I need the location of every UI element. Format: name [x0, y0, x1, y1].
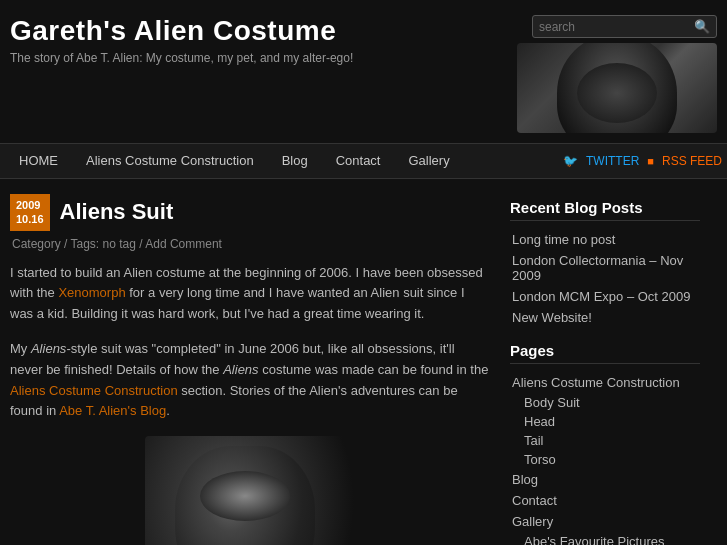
search-icon[interactable]: 🔍 [694, 19, 710, 34]
twitter-icon: 🐦 [563, 154, 578, 168]
post-paragraph-2: My Aliens-style suit was "completed" in … [10, 339, 490, 422]
aliens-italic-2: Aliens [223, 362, 258, 377]
post-add-comment[interactable]: Add Comment [145, 237, 222, 251]
navigation: HOME Aliens Costume Construction Blog Co… [0, 143, 727, 179]
main-content: 2009 10.16 Aliens Suit Category / Tags: … [0, 179, 727, 545]
search-input[interactable] [539, 20, 694, 34]
xenomorph-link[interactable]: Xenomorph [58, 285, 125, 300]
header-right: 🔍 [497, 15, 717, 133]
sidebar: Recent Blog Posts Long time no post Lond… [500, 179, 710, 545]
header-left: Gareth's Alien Costume The story of Abe … [10, 15, 497, 65]
nav-contact[interactable]: Contact [322, 143, 395, 179]
recent-posts-title: Recent Blog Posts [510, 199, 700, 221]
costume-construction-link[interactable]: Aliens Costume Construction [10, 383, 178, 398]
header: Gareth's Alien Costume The story of Abe … [0, 0, 727, 143]
post-tags-sep: / Tags: [64, 237, 102, 251]
nav-home[interactable]: HOME [5, 143, 72, 179]
rss-icon: ■ [647, 155, 654, 167]
nav-blog[interactable]: Blog [268, 143, 322, 179]
page-contact[interactable]: Contact [510, 490, 700, 511]
search-bar[interactable]: 🔍 [532, 15, 717, 38]
page-gallery[interactable]: Gallery [510, 511, 700, 532]
page-blog[interactable]: Blog [510, 469, 700, 490]
nav-gallery[interactable]: Gallery [394, 143, 463, 179]
aliens-italic-1: Aliens [31, 341, 66, 356]
recent-post-4[interactable]: New Website! [510, 307, 700, 328]
post-date-year: 2009 [16, 198, 44, 212]
post-paragraph-1: I started to build an Alien costume at t… [10, 263, 490, 325]
recent-post-2[interactable]: London Collectormania – Nov 2009 [510, 250, 700, 286]
post-title: Aliens Suit [60, 199, 174, 225]
recent-post-1[interactable]: Long time no post [510, 229, 700, 250]
abe-blog-link[interactable]: Abe T. Alien's Blog [59, 403, 166, 418]
twitter-link[interactable]: TWITTER [586, 154, 639, 168]
site-title: Gareth's Alien Costume [10, 15, 497, 47]
page-costume-construction[interactable]: Aliens Costume Construction [510, 372, 700, 393]
post-alien-image [145, 436, 355, 545]
site-subtitle: The story of Abe T. Alien: My costume, m… [10, 51, 497, 65]
page-tail[interactable]: Tail [510, 431, 700, 450]
pages-title: Pages [510, 342, 700, 364]
post-body: I started to build an Alien costume at t… [10, 263, 490, 423]
post-meta: Category / Tags: no tag / Add Comment [10, 237, 490, 251]
page-body-suit[interactable]: Body Suit [510, 393, 700, 412]
nav-social-links: 🐦 TWITTER ■ RSS FEED [563, 154, 722, 168]
post-date-day: 10.16 [16, 212, 44, 226]
page-torso[interactable]: Torso [510, 450, 700, 469]
content-area: 2009 10.16 Aliens Suit Category / Tags: … [0, 179, 500, 545]
post-category: Category [12, 237, 61, 251]
page-fav-pictures[interactable]: Abe's Favourite Pictures [510, 532, 700, 545]
alien-head-image [517, 43, 717, 133]
rss-link[interactable]: RSS FEED [662, 154, 722, 168]
recent-post-3[interactable]: London MCM Expo – Oct 2009 [510, 286, 700, 307]
post-header: 2009 10.16 Aliens Suit [10, 194, 490, 231]
page-head[interactable]: Head [510, 412, 700, 431]
post-tags: no tag [103, 237, 136, 251]
nav-costume-construction[interactable]: Aliens Costume Construction [72, 143, 268, 179]
post-date-badge: 2009 10.16 [10, 194, 50, 231]
